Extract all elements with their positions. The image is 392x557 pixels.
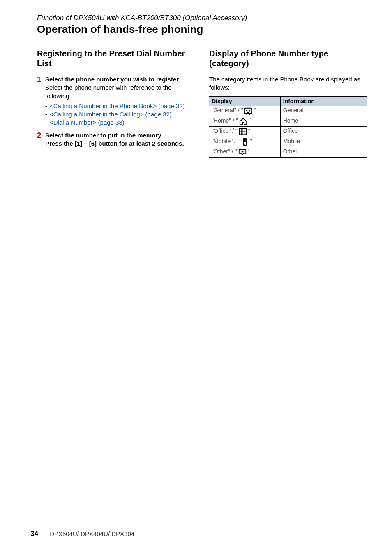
- step-2-number: 2: [37, 131, 43, 148]
- display-label: "Other" / ": [212, 148, 237, 155]
- display-label-end: ": [248, 148, 250, 155]
- display-label: "General" / ": [212, 107, 243, 114]
- step-1-links: - <Calling a Number in the Phone Book> (…: [45, 102, 195, 127]
- dash: -: [45, 102, 47, 110]
- other-icon: [238, 148, 247, 156]
- section-rule-left: [37, 70, 195, 70]
- link-call-log-text: <Calling a Number in the Call log> (page…: [50, 110, 172, 118]
- table-row: "Home" / " " Home: [209, 116, 367, 126]
- display-label-end: ": [249, 117, 251, 124]
- info-cell: Home: [280, 116, 367, 126]
- svg-point-1: [246, 109, 247, 111]
- office-icon: [238, 128, 247, 136]
- page-title: Operation of hands-free phoning: [37, 23, 367, 36]
- display-label-end: ": [254, 107, 256, 114]
- context-line: Function of DPX504U with KCA-BT200/BT300…: [37, 14, 367, 22]
- category-table: Display Information "General" / " ": [209, 96, 367, 158]
- svg-point-13: [241, 150, 243, 152]
- section-rule-right: [209, 70, 367, 70]
- dash: -: [45, 110, 47, 118]
- display-label: "Mobile" / ": [212, 138, 240, 144]
- footer-separator: |: [43, 530, 45, 537]
- step-1: 1 Select the phone number you wish to re…: [37, 75, 195, 127]
- section-heading-register: Registering to the Preset Dial Number Li…: [37, 49, 195, 68]
- table-row: "Other" / " " Other: [209, 147, 367, 157]
- col-info-header: Information: [280, 96, 367, 106]
- step-2-text: Press the [1] – [6] button for at least …: [45, 140, 184, 147]
- dash: -: [45, 118, 47, 127]
- header-left-rule: [32, 0, 32, 43]
- footer: 34 | DPX504U/ DPX404U/ DPX304: [30, 530, 134, 538]
- table-row: "Mobile" / " " Mobile: [209, 137, 367, 147]
- svg-rect-11: [244, 139, 246, 141]
- display-label-end: ": [250, 138, 252, 144]
- display-label: "Office" / ": [212, 128, 238, 134]
- title-underline: [37, 37, 175, 37]
- link-phone-book[interactable]: - <Calling a Number in the Phone Book> (…: [45, 102, 195, 110]
- link-phone-book-text: <Calling a Number in the Phone Book> (pa…: [50, 102, 185, 110]
- display-label: "Home" / ": [212, 117, 238, 124]
- step-2-head: Select the number to put in the memory: [45, 132, 161, 139]
- info-cell: Office: [280, 126, 367, 137]
- info-cell: Other: [280, 147, 367, 157]
- page: Function of DPX504U with KCA-BT200/BT300…: [0, 0, 392, 557]
- col-display-header: Display: [209, 96, 280, 106]
- right-column: Display of Phone Number type (category) …: [209, 49, 367, 158]
- table-header-row: Display Information: [209, 96, 367, 106]
- mobile-icon: [240, 138, 249, 146]
- columns: Registering to the Preset Dial Number Li…: [37, 49, 367, 158]
- table-row: "General" / " " General: [209, 106, 367, 116]
- link-dial-number-text: <Dial a Number> (page 33): [50, 118, 125, 127]
- info-cell: General: [280, 106, 367, 116]
- step-2: 2 Select the number to put in the memory…: [37, 131, 195, 148]
- step-2-body: Select the number to put in the memory P…: [45, 131, 195, 148]
- step-1-number: 1: [37, 75, 43, 127]
- display-label-end: ": [248, 128, 250, 134]
- footer-models: DPX504U/ DPX404U/ DPX304: [50, 530, 134, 537]
- step-1-body: Select the phone number you wish to regi…: [45, 75, 195, 127]
- section-heading-display: Display of Phone Number type (category): [209, 49, 367, 68]
- intro-text: The category items in the Phone Book are…: [209, 75, 367, 92]
- info-cell: Mobile: [280, 137, 367, 147]
- home-icon: [239, 117, 248, 125]
- link-dial-number[interactable]: - <Dial a Number> (page 33): [45, 118, 195, 127]
- page-number: 34: [30, 530, 38, 538]
- link-call-log[interactable]: - <Calling a Number in the Call log> (pa…: [45, 110, 195, 118]
- step-1-text: Select the phone number with reference t…: [45, 84, 172, 99]
- step-1-head: Select the phone number you wish to regi…: [45, 76, 179, 83]
- svg-point-2: [249, 109, 251, 111]
- general-icon: [244, 107, 253, 115]
- svg-point-12: [244, 144, 245, 144]
- table-row: "Office" / " " Office: [209, 126, 367, 137]
- left-column: Registering to the Preset Dial Number Li…: [37, 49, 195, 158]
